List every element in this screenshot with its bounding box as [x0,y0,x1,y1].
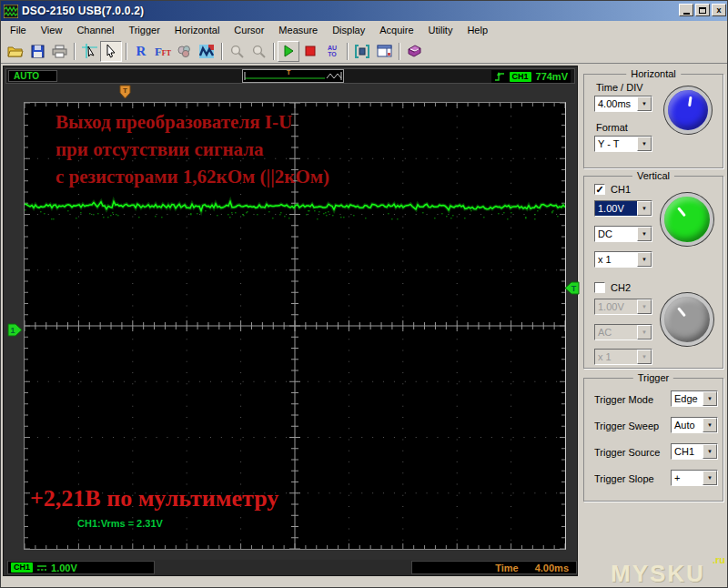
time-div-select[interactable]: 4.00ms ▼ [594,96,652,112]
chevron-down-icon[interactable]: ▼ [703,471,717,485]
close-button[interactable]: x [712,4,726,16]
chevron-down-icon[interactable]: ▼ [637,227,652,241]
menu-measure[interactable]: Measure [271,22,325,38]
autoset-button[interactable]: AU TO [321,41,343,62]
toolbar-separator [74,43,75,60]
toolbar-separator [347,43,348,60]
trigger-slope-label: Trigger Slope [594,473,654,484]
self-calibration-icon [355,45,369,58]
menu-display[interactable]: Display [325,22,372,38]
menu-channel[interactable]: Channel [69,22,121,38]
track-cursor-icon [82,44,97,58]
trigger-level-marker[interactable]: T [564,281,580,295]
menu-cursor[interactable]: Cursor [227,22,271,38]
waveform-mode-button[interactable] [196,41,217,62]
vertical-group-title: Vertical [632,170,674,181]
app-icon [4,5,18,18]
app-window: DSO-2150 USB(7.0.0.2) x File View Channe… [0,0,728,588]
chevron-down-icon[interactable]: ▼ [637,137,652,151]
trigger-source-badge: CH1 [510,72,531,82]
ch1-ground-marker[interactable]: 1 [7,323,23,337]
rising-edge-icon [494,71,505,82]
chevron-down-icon[interactable]: ▼ [637,252,652,267]
scope-panel: AUTO T CH1 774mV T Выхо [3,66,578,576]
ch2-position-knob[interactable] [661,293,713,346]
zoom-in-icon [230,45,244,58]
panel-layout-button[interactable] [373,41,395,62]
toolbar: R FFT [1,39,728,64]
ch1-volts-select[interactable]: 1.00V ▼ [594,200,652,217]
start-play-icon [283,45,295,57]
chevron-down-icon[interactable]: ▼ [703,418,717,432]
menu-bar: File View Channel Trigger Horizontal Cur… [1,21,728,39]
trigger-source-select[interactable]: CH1 ▼ [671,443,718,460]
channel-badge: CH1 [11,563,33,573]
fft-button[interactable]: FFT [152,41,174,62]
vrms-measurement: CH1:Vrms = 2.31V [77,518,163,529]
toolbar-separator [126,43,126,60]
select-cursor-button[interactable] [100,41,122,62]
horizontal-knob[interactable] [664,86,712,134]
chevron-down-icon[interactable]: ▼ [703,391,717,406]
reference-button[interactable]: R [130,41,152,62]
trigger-slope-select[interactable]: + ▼ [671,470,718,486]
trigger-sweep-select[interactable]: Auto ▼ [671,417,718,433]
open-folder-icon [7,45,24,58]
trigger-readout: CH1 774mV [491,70,571,83]
print-button[interactable] [48,41,70,62]
zoom-out-button[interactable] [248,41,269,62]
ch2-checkbox[interactable] [594,282,605,293]
track-cursor-button[interactable] [78,41,100,62]
scope-status-strip: AUTO T CH1 774mV [5,68,575,84]
acquisition-mode-badge: AUTO [8,70,57,82]
minimize-icon [683,13,690,15]
maximize-button[interactable] [695,4,710,16]
title-bar[interactable]: DSO-2150 USB(7.0.0.2) x [1,1,728,21]
time-div-label: Time / DIV [596,82,643,93]
intensity-button[interactable] [174,41,196,62]
help-button[interactable] [403,41,425,62]
ch1-checkbox[interactable]: ✓ [594,184,605,195]
minimize-button[interactable] [679,4,693,16]
menu-horizontal[interactable]: Horizontal [167,22,228,38]
chevron-down-icon[interactable]: ▼ [637,201,652,216]
menu-utility[interactable]: Utility [421,22,460,38]
maximize-icon [699,7,706,14]
reference-icon: R [136,44,147,59]
save-button[interactable] [26,41,48,62]
zoom-out-icon [252,45,266,58]
stop-icon [305,46,316,56]
menu-file[interactable]: File [3,22,34,38]
waveform-preview[interactable]: T [242,69,344,83]
ch2-probe-select[interactable]: x 1 ▼ [594,349,652,365]
save-floppy-icon [31,45,45,58]
format-select[interactable]: Y - T ▼ [594,136,652,152]
ch2-coupling-select[interactable]: AC ▼ [594,324,652,340]
ch1-position-knob[interactable] [661,193,713,246]
trigger-mode-select[interactable]: Edge ▼ [671,390,718,407]
horizontal-group: Horizontal Time / DIV 4.00ms ▼ Format Y … [583,74,723,168]
preview-trigger-marker: T [287,69,290,76]
menu-view[interactable]: View [34,22,70,38]
start-button[interactable] [278,41,299,62]
trigger-position-marker[interactable]: T [119,85,131,99]
menu-help[interactable]: Help [460,22,495,38]
zoom-in-button[interactable] [226,41,248,62]
trigger-group: Trigger Trigger Mode Edge ▼ Trigger Swee… [583,378,723,502]
chevron-down-icon[interactable]: ▼ [703,444,717,459]
ch1-coupling-select[interactable]: DC ▼ [594,226,652,242]
menu-acquire[interactable]: Acquire [372,22,420,38]
horizontal-group-title: Horizontal [626,68,681,79]
stop-button[interactable] [299,41,321,62]
chevron-down-icon: ▼ [637,299,652,314]
toolbar-separator [273,43,274,60]
chevron-down-icon[interactable]: ▼ [637,96,652,111]
open-button[interactable] [5,41,26,62]
waveform-display[interactable]: Выход преобразователя I-U при отсутствии… [24,102,566,550]
ch2-volts-select[interactable]: 1.00V ▼ [594,299,652,315]
trigger-level-value: 774mV [536,71,568,82]
menu-trigger[interactable]: Trigger [121,22,167,38]
ch1-probe-select[interactable]: x 1 ▼ [594,251,652,268]
svg-text:T: T [123,86,127,95]
self-calibration-button[interactable] [351,41,373,62]
